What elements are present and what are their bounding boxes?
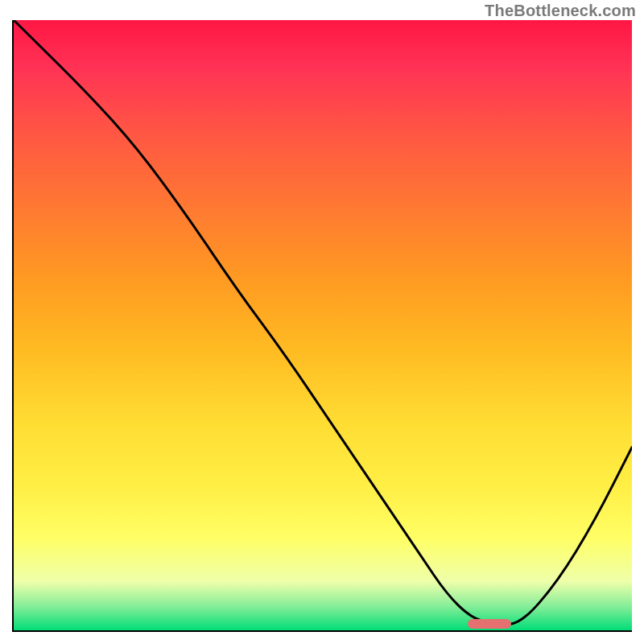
optimal-marker bbox=[468, 619, 511, 629]
plot-area bbox=[12, 20, 632, 632]
curve-svg bbox=[14, 20, 632, 630]
chart-container: TheBottleneck.com bbox=[0, 0, 644, 644]
watermark-text: TheBottleneck.com bbox=[485, 2, 636, 20]
bottleneck-curve-path bbox=[14, 20, 632, 624]
